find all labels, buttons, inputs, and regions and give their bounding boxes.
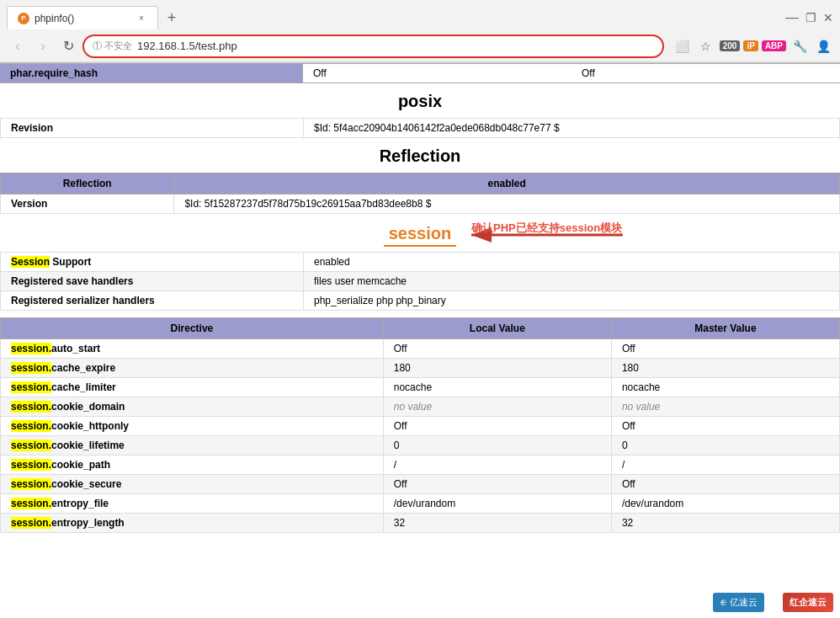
ext-badge-ip: iP [743,40,758,51]
directive-local: no value [383,397,611,417]
directive-local: /dev/urandom [383,494,611,514]
revision-value: $Id: 5f4acc20904b1406142f2a0ede068db048c… [304,119,840,138]
top-row-value2: Off [572,64,840,83]
directive-local: 0 [383,436,611,456]
serializer-label: Registered serializer handlers [1,291,304,311]
nav-bar: ‹ › ↻ ① 不安全 192.168.1.5/test.php ⬜ ☆ 200… [0,30,840,62]
ext-badge-abp: ABP [762,40,786,51]
directive-name: session.entropy_file [1,494,384,514]
directive-master: Off [611,339,839,359]
extensions-icon[interactable]: 🔧 [789,36,810,56]
directive-master: /dev/urandom [611,494,839,514]
tab-title: phpinfo() [35,13,74,24]
cast-icon[interactable]: ⬜ [673,36,693,56]
directive-local: 180 [383,359,611,378]
user-icon[interactable]: 👤 [813,36,833,56]
directive-name: session.cookie_secure [1,475,384,494]
session-support-label: Session Support [1,253,304,272]
top-row: phar.require_hash Off Off [0,63,840,83]
minimize-button[interactable]: — [785,10,799,25]
address-text: 192.168.1.5/test.php [137,40,654,52]
save-handlers-value: files user memcache [304,272,840,291]
directive-master: 0 [611,436,839,456]
serializer-value: php_serialize php php_binary [304,291,840,311]
back-button[interactable]: ‹ [7,35,29,57]
close-tab-button[interactable]: × [136,13,147,24]
ext-badge-200: 200 [720,40,741,51]
revision-label: Revision [1,119,304,138]
refresh-button[interactable]: ↻ [57,35,79,57]
window-controls: — ❐ ✕ [785,10,833,25]
bookmark-icon[interactable]: ☆ [696,36,716,56]
page-content: phar.require_hash Off Off posix Revision… [0,63,840,533]
directive-local: nocache [383,378,611,397]
directive-master: Off [611,417,839,436]
directive-name: session.cookie_domain [1,397,384,417]
favicon: P [18,13,29,24]
reflection-section-title: Reflection [0,138,840,173]
new-tab-button[interactable]: + [162,8,182,28]
directive-local: Off [383,475,611,494]
posix-section-title: posix [0,83,840,118]
watermark-red: 红企速云 [783,593,833,612]
reflection-header-1: enabled [174,173,840,194]
directive-name: session.cache_limiter [1,378,384,397]
reflection-row-value: $Id: 5f15287237d5f78d75b19c26915aa7bd83d… [174,194,840,214]
directive-master: nocache [611,378,839,397]
directive-local: Off [383,339,611,359]
directive-name: session.cookie_lifetime [1,436,384,456]
directive-local: Off [383,417,611,436]
directive-name: session.cookie_path [1,456,384,475]
session-support-value: enabled [304,253,840,272]
directive-master: Off [611,475,839,494]
directive-header: Directive [1,318,384,339]
title-bar: P phpinfo() × + — ❐ ✕ [0,0,840,30]
directive-local: / [383,456,611,475]
directive-name: session.cache_expire [1,359,384,378]
session-title-wrap: session 确认PHP已经支持session模块 [0,214,840,252]
browser-tab[interactable]: P phpinfo() × [7,6,158,29]
session-section-title: session [384,222,456,247]
master-value-header: Master Value [611,318,839,339]
top-row-label: phar.require_hash [0,64,303,83]
reflection-row-label: Version [1,194,174,214]
directive-master: 32 [611,514,839,533]
posix-table: Revision $Id: 5f4acc20904b1406142f2a0ede… [0,118,840,138]
directive-master: 180 [611,359,839,378]
close-window-button[interactable]: ✕ [823,11,833,24]
reflection-header-0: Reflection [1,173,174,194]
page-wrapper: phar.require_hash Off Off posix Revision… [0,63,840,618]
address-bar[interactable]: ① 不安全 192.168.1.5/test.php [82,35,664,58]
local-value-header: Local Value [383,318,611,339]
directive-master: / [611,456,839,475]
security-icon: ① 不安全 [93,40,132,52]
session-highlight: Session [11,256,50,268]
directive-master: no value [611,397,839,417]
directive-name: session.auto_start [1,339,384,359]
session-annotation: 确认PHP已经支持session模块 [471,221,622,236]
directive-local: 32 [383,514,611,533]
nav-icons-right: ⬜ ☆ 200 iP ABP 🔧 👤 [673,36,833,56]
directive-name: session.cookie_httponly [1,417,384,436]
top-row-value1: Off [303,64,572,83]
restore-button[interactable]: ❐ [805,11,816,24]
session-basic-table: Session Support enabled Registered save … [0,252,840,311]
session-directive-table: Directive Local Value Master Value sessi… [0,317,840,533]
forward-button[interactable]: › [32,35,54,57]
watermark-blue: ⊕ 亿速云 [713,593,764,612]
save-handlers-label: Registered save handlers [1,272,304,291]
reflection-table: Reflection enabled Version $Id: 5f152872… [0,173,840,214]
directive-name: session.entropy_length [1,514,384,533]
